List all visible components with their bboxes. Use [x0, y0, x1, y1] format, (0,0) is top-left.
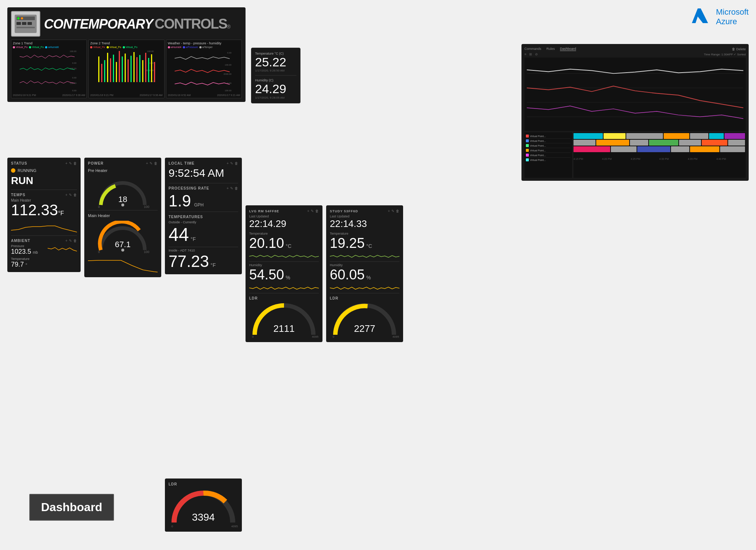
svg-rect-51: [626, 133, 663, 139]
study-humidity-unit: %: [366, 275, 371, 280]
svg-text:0: 0: [98, 250, 100, 254]
svg-text:2000.00: 2000.00: [224, 73, 232, 75]
svg-text:0.00: 0.00: [72, 89, 77, 92]
status-run-value: RUN: [11, 175, 77, 187]
zone1-legend: Virtual_Po Virtual_Po wHumidit: [13, 46, 85, 48]
lvg-last-updated-label: Last Updated: [249, 214, 319, 218]
power-delete[interactable]: 🗑: [154, 161, 158, 165]
pressure-block: Pressure 1023.5 mb: [11, 244, 38, 256]
svg-rect-66: [671, 146, 689, 152]
lt-delete[interactable]: 🗑: [235, 161, 238, 165]
azure-panel-header: Commands Rules Dashboard 🗑 Delete: [524, 47, 746, 51]
temps-delete[interactable]: 🗑: [73, 193, 77, 197]
azure-time-range[interactable]: Time Range: 1:30APP ✓ Sorted: [704, 53, 746, 56]
svg-text:100.00: 100.00: [147, 50, 154, 52]
cc-title: CONTEMPORARY CONTROLS®: [44, 16, 231, 32]
svg-text:100.00: 100.00: [225, 89, 232, 92]
pressure-label: Pressure: [11, 244, 38, 248]
status-add[interactable]: +: [65, 161, 67, 165]
localtime-actions: + ✎ 🗑: [226, 161, 238, 165]
azure-nav-dashboard[interactable]: Dashboard: [560, 47, 576, 51]
humidity-date: 1/17/2020, 9:28:05 AM: [255, 96, 296, 99]
ambient-delete[interactable]: 🗑: [73, 239, 77, 243]
study-edit[interactable]: ✎: [391, 209, 394, 213]
status-running-label: RUNNING: [18, 168, 36, 173]
outside-unit: °F: [191, 236, 196, 242]
lvg-edit[interactable]: ✎: [311, 209, 314, 213]
temp-value: 25.22: [255, 55, 296, 69]
study-ldr-gauge: 2277 0 4095: [330, 302, 399, 338]
lvg-temp-row: 20.10 °C: [249, 235, 319, 251]
power-header: POWER + ✎ 🗑: [88, 161, 158, 165]
pr-delete[interactable]: 🗑: [235, 186, 238, 190]
study-last-updated-value: 22:14.33: [330, 218, 399, 230]
svg-text:4095: 4095: [231, 525, 238, 528]
azure-delete[interactable]: 🗑 Delete: [732, 47, 746, 51]
temp-section: Temperature °C (C) 25.22 1/17/2020, 9:26…: [255, 52, 296, 76]
study-temp-value: 19.25: [330, 235, 365, 251]
study-delete[interactable]: 🗑: [396, 209, 399, 213]
svg-rect-4: [27, 22, 32, 25]
svg-text:67.1: 67.1: [115, 240, 131, 249]
study-title: STUDY 53FF6D: [330, 209, 358, 213]
temps-add[interactable]: +: [65, 193, 67, 197]
study-humidity-section: Humidity 60.05 %: [330, 261, 399, 292]
svg-rect-68: [720, 146, 745, 152]
ambient-add[interactable]: +: [65, 239, 67, 243]
ambient-temp-value: 79.7: [11, 261, 24, 268]
status-dot: [11, 168, 15, 173]
lvg-header: LVG RM 54FF8E + ✎ 🗑: [249, 209, 319, 213]
pre-heater-gauge: 18 0 100: [88, 176, 158, 209]
study-temp-sparkline: [330, 253, 399, 260]
main-heater-gauge: 67.1 0 100: [88, 221, 158, 254]
svg-text:100.00: 100.00: [70, 50, 77, 52]
azure-nav-rules[interactable]: Rules: [546, 47, 555, 51]
power-widget: POWER + ✎ 🗑 Pre Heater 18 0 100 Main Hea…: [84, 158, 161, 277]
status-edit[interactable]: ✎: [69, 161, 72, 165]
ambient-edit[interactable]: ✎: [69, 239, 72, 243]
status-delete[interactable]: 🗑: [73, 161, 77, 165]
lvg-ldr-section: LDR 2111 0 4095: [249, 293, 319, 338]
power-edit[interactable]: ✎: [150, 161, 152, 165]
svg-text:2000.00: 2000.00: [146, 69, 154, 72]
ambient-section: AMBIENT + ✎ 🗑 Pressure 1023.5 mb Tempera…: [11, 235, 77, 268]
lvg-delete[interactable]: 🗑: [315, 209, 319, 213]
study-humidity-label: Humidity: [330, 263, 399, 267]
processing-title: PROCESSING RATE: [169, 186, 209, 190]
lvg-title: LVG RM 54FF8E: [249, 209, 279, 213]
svg-text:100: 100: [144, 250, 149, 254]
svg-text:0.00: 0.00: [227, 52, 232, 54]
temperatures-title: TEMPERATURES: [169, 215, 238, 219]
status-actions: + ✎ 🗑: [65, 161, 77, 165]
temp-ambient-row: Temperature 79.7 °: [11, 257, 77, 268]
svg-text:2111: 2111: [273, 323, 295, 334]
ldr-widget: LDR 3394 0 4095: [165, 478, 242, 532]
study-actions: + ✎ 🗑: [388, 209, 399, 213]
processing-header: PROCESSING RATE + ✎ 🗑: [169, 186, 238, 190]
study-temp-unit: °C: [366, 243, 372, 249]
lt-add[interactable]: +: [226, 161, 229, 165]
power-add[interactable]: +: [146, 161, 148, 165]
ambient-title: AMBIENT: [11, 239, 30, 243]
svg-rect-5: [16, 27, 35, 28]
status-title: STATUS: [11, 161, 27, 165]
lvg-humidity-row: 54.50 %: [249, 267, 319, 283]
azure-nav-commands[interactable]: Commands: [524, 47, 541, 51]
study-ldr-section: LDR 2277 0 4095: [330, 293, 399, 338]
lvg-humidity-value: 54.50: [249, 267, 284, 282]
cc-device-image: [11, 11, 40, 37]
svg-rect-65: [637, 146, 670, 152]
lvg-add[interactable]: +: [307, 209, 309, 213]
svg-text:4:35 PM: 4:35 PM: [688, 158, 697, 160]
temps-edit[interactable]: ✎: [69, 193, 72, 197]
temp-date: 1/17/2020, 9:26:50 AM: [255, 69, 296, 72]
svg-rect-50: [604, 133, 626, 139]
processing-actions: + ✎ 🗑: [226, 186, 238, 190]
zone1-chart: Zone 1 Trend Virtual_Po Virtual_Po wHumi…: [11, 40, 87, 98]
study-add[interactable]: +: [388, 209, 390, 213]
pr-edit[interactable]: ✎: [230, 186, 233, 190]
zone2-chart: Zone 2 Trend Virtual_Po Virtual_Po Virtu…: [88, 40, 164, 98]
svg-rect-2: [16, 22, 21, 25]
lt-edit[interactable]: ✎: [230, 161, 233, 165]
pr-add[interactable]: +: [226, 186, 229, 190]
